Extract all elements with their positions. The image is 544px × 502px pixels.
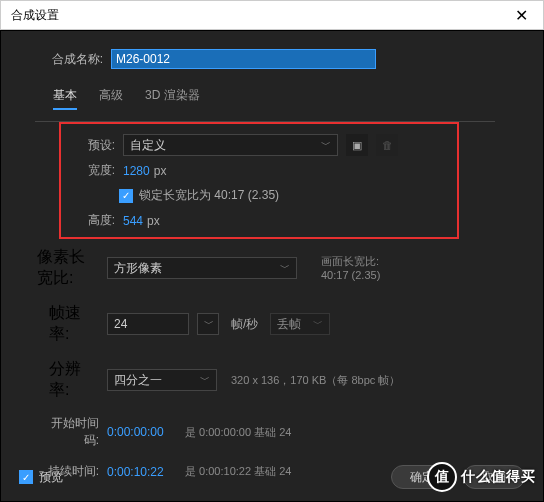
tab-advanced[interactable]: 高级 xyxy=(99,87,123,110)
res-info: 320 x 136，170 KB（每 8bpc 帧） xyxy=(231,373,400,388)
chevron-down-icon: ﹀ xyxy=(280,261,290,275)
preset-select[interactable]: 自定义 ﹀ xyxy=(123,134,338,156)
preview-checkbox[interactable]: ✓ xyxy=(19,470,33,484)
tabs: 基本 高级 3D 渲染器 xyxy=(53,87,525,110)
delete-preset-icon[interactable]: 🗑 xyxy=(376,134,398,156)
res-label: 分辨率: xyxy=(49,359,99,401)
frame-aspect-label: 画面长宽比: 40:17 (2.35) xyxy=(321,254,380,283)
tab-basic[interactable]: 基本 xyxy=(53,87,77,110)
res-select[interactable]: 四分之一 ﹀ xyxy=(107,369,217,391)
fps-dropdown-button[interactable]: ﹀ xyxy=(197,313,219,335)
chevron-down-icon: ﹀ xyxy=(200,373,210,387)
dialog-body: 合成名称: 基本 高级 3D 渲染器 预设: 自定义 ﹀ ▣ 🗑 宽度: 128… xyxy=(0,30,544,502)
tabs-divider xyxy=(35,121,495,122)
fps-label: 帧速率: xyxy=(49,303,99,345)
preview-label: 预览 xyxy=(39,469,63,486)
preset-highlight-box: 预设: 自定义 ﹀ ▣ 🗑 宽度: 1280 px ✓ 锁定长宽比为 40:17… xyxy=(59,122,459,239)
width-input[interactable]: 1280 xyxy=(123,164,150,178)
resolution-row: 分辨率: 四分之一 ﹀ 320 x 136，170 KB（每 8bpc 帧） xyxy=(49,359,525,401)
tab-renderer[interactable]: 3D 渲染器 xyxy=(145,87,200,110)
width-label: 宽度: xyxy=(73,162,115,179)
save-preset-icon[interactable]: ▣ xyxy=(346,134,368,156)
height-input[interactable]: 544 xyxy=(123,214,143,228)
comp-name-row: 合成名称: xyxy=(19,49,525,69)
par-label: 像素长宽比: xyxy=(37,247,99,289)
fps-select[interactable]: 24 xyxy=(107,313,189,335)
lock-aspect-checkbox[interactable]: ✓ xyxy=(119,189,133,203)
framerate-row: 帧速率: 24 ﹀ 帧/秒 丢帧 ﹀ xyxy=(49,303,525,345)
cancel-button[interactable]: 取消 xyxy=(463,465,525,489)
ok-button[interactable]: 确定 xyxy=(391,465,453,489)
close-icon[interactable]: ✕ xyxy=(510,6,533,25)
start-is-label: 是 0:00:00:00 基础 24 xyxy=(185,425,291,440)
dropframe-select: 丢帧 ﹀ xyxy=(270,313,330,335)
dialog-footer: ✓ 预览 确定 取消 xyxy=(19,465,525,489)
fps-unit: 帧/秒 xyxy=(231,316,258,333)
start-label: 开始时间码: xyxy=(37,415,99,449)
start-timecode-row: 开始时间码: 0:00:00:00 是 0:00:00:00 基础 24 xyxy=(37,415,525,449)
preset-label: 预设: xyxy=(73,137,115,154)
pixel-aspect-row: 像素长宽比: 方形像素 ﹀ 画面长宽比: 40:17 (2.35) xyxy=(37,247,525,289)
chevron-down-icon: ﹀ xyxy=(321,138,331,152)
chevron-down-icon: ﹀ xyxy=(313,317,323,331)
comp-name-input[interactable] xyxy=(111,49,376,69)
par-select[interactable]: 方形像素 ﹀ xyxy=(107,257,297,279)
height-label: 高度: xyxy=(73,212,115,229)
start-timecode-input[interactable]: 0:00:00:00 xyxy=(107,425,177,439)
comp-name-label: 合成名称: xyxy=(19,51,111,68)
window-title-bar: 合成设置 ✕ xyxy=(0,0,544,30)
lock-aspect-label: 锁定长宽比为 40:17 (2.35) xyxy=(139,187,279,204)
window-title: 合成设置 xyxy=(11,7,59,24)
